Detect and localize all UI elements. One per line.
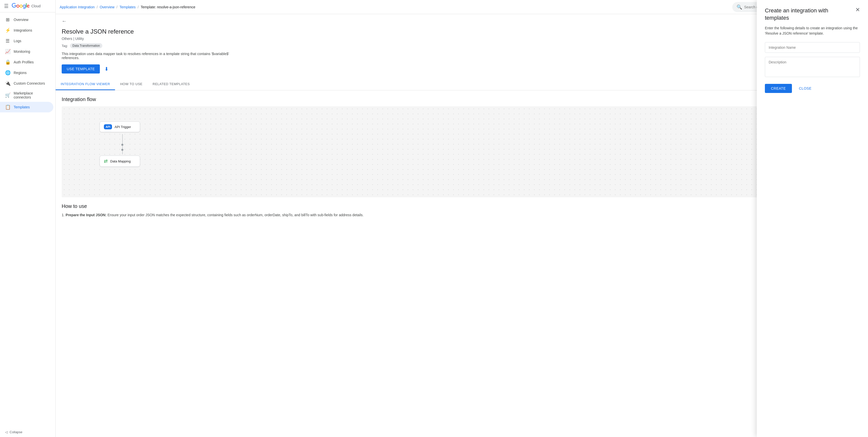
panel-title: Create an integration with templates [765,7,852,22]
topbar: Application Integration / Overview / Tem… [56,0,868,14]
integration-name-field [765,42,860,53]
panel-close-button[interactable]: ✕ [855,7,860,13]
template-subtitle: Others | Utility [62,37,862,41]
sidebar-header: ☰ Cloud [0,0,55,12]
how-to-section: How to use 1. Prepare the Input JSON: En… [56,203,868,224]
sidebar-item-auth-profiles[interactable]: 🔒 Auth Profiles [0,57,53,67]
tab-integration-flow-viewer[interactable]: INTEGRATION FLOW VIEWER [56,78,115,90]
right-panel: Create an integration with templates ✕ E… [757,0,868,437]
overview-icon: ⊞ [5,17,10,23]
breadcrumb-current: Template: resolve-a-json-reference [141,5,195,9]
flow-title: Integration flow [62,97,796,102]
template-detail: Resolve a JSON reference Others | Utilit… [56,24,868,73]
sidebar-label-regions: Regions [14,71,27,75]
integration-name-input[interactable] [765,42,860,53]
template-title: Resolve a JSON reference [62,28,862,35]
how-to-text: 1. Prepare the Input JSON: Ensure your i… [62,212,862,218]
auth-icon: 🔒 [5,59,10,65]
breadcrumb-sep-3: / [138,5,139,9]
description-field [765,57,860,78]
collapse-arrow-icon: ◁ [5,430,8,434]
google-cloud-logo: Cloud [12,3,41,9]
breadcrumb-app-integration[interactable]: Application Integration [60,5,95,9]
template-description: This integration uses data mapper task t… [62,52,239,60]
tag-label: Tag: [62,44,68,48]
sidebar-nav: ⊞ Overview ⚡ Integrations ☰ Logs 📈 Monit… [0,12,55,114]
breadcrumb-overview[interactable]: Overview [100,5,114,9]
templates-icon: 📋 [5,104,10,110]
sidebar-label-templates: Templates [14,105,30,109]
use-template-button[interactable]: USE TEMPLATE [62,64,100,73]
sidebar-label-connectors: Custom Connectors [14,81,45,86]
api-icon: API [104,124,112,129]
collapse-label: Collapse [10,430,23,434]
sidebar-label-logs: Logs [14,39,21,43]
main-area: Application Integration / Overview / Tem… [56,0,868,437]
sidebar-collapse-button[interactable]: ◁ Collapse [0,427,55,437]
panel-description: Enter the following details to create an… [765,26,860,36]
data-mapping-label: Data Mapping [110,159,131,163]
tab-how-to-use[interactable]: HOW TO USE [115,78,147,90]
google-logo-svg [12,3,30,9]
sidebar-item-custom-connectors[interactable]: 🔌 Custom Connectors [0,78,53,89]
sidebar-label-integrations: Integrations [14,28,32,32]
action-row: USE TEMPLATE ⬇ [62,64,862,73]
breadcrumb: Application Integration / Overview / Tem… [60,5,728,9]
flow-section: Integration flow API API Trigger ⇄ [56,91,868,203]
tag-chip: Data Transformation [70,43,103,48]
search-icon: 🔍 [737,4,742,10]
step-bold: Prepare the Input JSON: [66,213,107,217]
sidebar-item-logs[interactable]: ☰ Logs [0,36,53,46]
close-button[interactable]: CLOSE [795,84,816,93]
tab-related-templates[interactable]: RELATED TEMPLATES [148,78,195,90]
sidebar-item-overview[interactable]: ⊞ Overview [0,14,53,25]
sidebar-item-marketplace-connectors[interactable]: 🛒 Marketplace connectors [0,89,53,102]
sidebar-item-regions[interactable]: 🌐 Regions [0,67,53,78]
how-to-title: How to use [62,203,862,209]
sidebar-label-overview: Overview [14,18,28,22]
connector-line-2 [122,144,123,154]
data-mapping-node: ⇄ Data Mapping [100,156,140,167]
sidebar-label-monitoring: Monitoring [14,49,30,54]
connectors-icon: 🔌 [5,80,10,86]
breadcrumb-sep-2: / [117,5,118,9]
monitoring-icon: 📈 [5,49,10,54]
logs-icon: ☰ [5,38,10,44]
panel-header: Create an integration with templates ✕ [765,7,860,22]
menu-icon[interactable]: ☰ [4,3,9,9]
integrations-icon: ⚡ [5,28,10,33]
back-row: ← [56,14,868,24]
sidebar-item-integrations[interactable]: ⚡ Integrations [0,25,53,36]
data-mapping-icon: ⇄ [104,158,108,164]
create-button[interactable]: CREATE [765,84,792,93]
breadcrumb-sep-1: / [97,5,98,9]
regions-icon: 🌐 [5,70,10,75]
content-area: ← Resolve a JSON reference Others | Util… [56,14,868,437]
sidebar-item-templates[interactable]: 📋 Templates [0,102,53,112]
breadcrumb-templates[interactable]: Templates [120,5,136,9]
download-button[interactable]: ⬇ [103,64,110,73]
sidebar-label-marketplace: Marketplace connectors [14,91,48,99]
step-number: 1. [62,213,66,217]
back-button[interactable]: ← [62,18,67,24]
marketplace-icon: 🛒 [5,93,10,98]
flow-canvas: API API Trigger ⇄ Data Mapping [62,106,796,197]
api-trigger-label: API Trigger [115,125,131,129]
flow-column: Integration flow API API Trigger ⇄ [62,97,796,197]
step-text: Ensure your input order JSON matches the… [106,213,364,217]
description-input[interactable] [765,57,860,77]
sidebar-item-monitoring[interactable]: 📈 Monitoring [0,46,53,57]
download-icon: ⬇ [104,66,109,72]
sidebar-label-auth: Auth Profiles [14,60,34,64]
sidebar: ☰ Cloud ⊞ Overview ⚡ Integrations ☰ Logs [0,0,56,437]
connector-line-1 [122,134,123,144]
api-trigger-node: API API Trigger [100,122,140,132]
cloud-label: Cloud [31,4,41,8]
tabs-bar: INTEGRATION FLOW VIEWER HOW TO USE RELAT… [56,78,868,91]
panel-actions: CREATE CLOSE [765,84,860,93]
tag-row: Tag: Data Transformation [62,43,862,48]
